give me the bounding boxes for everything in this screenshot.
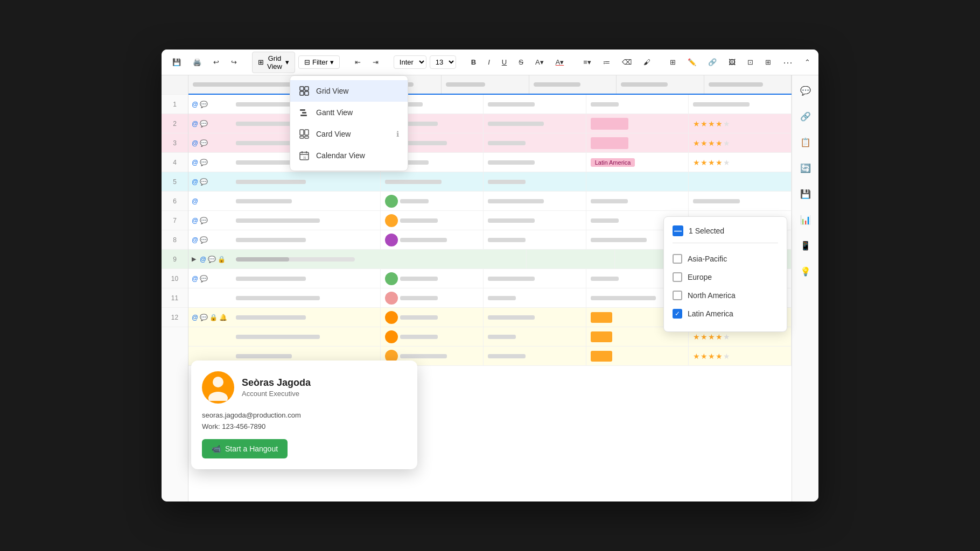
table-row[interactable]: @ [188, 192, 792, 211]
cell-6-1[interactable] [232, 192, 381, 210]
print-button[interactable]: 🖨️ [188, 56, 206, 68]
start-hangout-button[interactable]: 📹 Start a Hangout [202, 439, 288, 458]
cell-6-3[interactable] [484, 192, 586, 210]
asia-checkbox[interactable] [673, 254, 682, 264]
view-selector-button[interactable]: ⊞ Grid View ▾ [252, 52, 295, 73]
cell-6-5[interactable] [689, 192, 792, 210]
table-row[interactable]: @ 💬 Latin America [188, 153, 792, 172]
cell-9-3[interactable] [527, 250, 615, 269]
sidebar-mobile-icon[interactable]: 📱 [797, 237, 814, 254]
draw-button[interactable]: ✏️ [683, 56, 701, 68]
eraser-button[interactable]: ⌫ [618, 56, 636, 68]
table-row[interactable]: @ 💬 [188, 95, 792, 114]
cell-4-region[interactable]: Latin America [586, 153, 689, 172]
filter-option-north-america[interactable]: North America [673, 286, 778, 305]
format-paint-button[interactable]: 🖌 [639, 56, 655, 68]
strikethrough-button[interactable]: S [514, 56, 528, 68]
cell-2-region[interactable] [586, 114, 689, 133]
cell-10-1[interactable] [232, 269, 381, 288]
cell-10-3[interactable] [484, 269, 586, 288]
sidebar-lightbulb-icon[interactable]: 💡 [797, 263, 814, 280]
cell-12-2[interactable] [381, 308, 484, 327]
redo-button[interactable]: ↪ [227, 56, 241, 68]
cell-5-1[interactable] [232, 172, 381, 191]
europe-checkbox[interactable] [673, 272, 682, 282]
latin-america-checkbox[interactable] [673, 309, 682, 319]
dropdown-item-calendar[interactable]: 31 Calendar View [290, 145, 408, 166]
more-options-button[interactable]: ⋯ [779, 54, 797, 70]
sidebar-chart-icon[interactable]: 📊 [797, 211, 814, 228]
filter-option-asia[interactable]: Asia-Pacific [673, 250, 778, 268]
north-america-checkbox[interactable] [673, 291, 682, 300]
cell-11-3[interactable] [484, 288, 586, 307]
align-button[interactable]: ≡▾ [579, 56, 596, 68]
cell-2-3[interactable] [484, 114, 586, 133]
cell-e1-2[interactable] [381, 327, 484, 346]
cell-6-2[interactable] [381, 192, 484, 210]
save-button[interactable]: 💾 [168, 56, 185, 68]
filter-option-europe[interactable]: Europe [673, 268, 778, 286]
cell-7-1[interactable] [232, 211, 381, 230]
underline-button[interactable]: U [498, 56, 511, 68]
list-button[interactable]: ≔ [599, 56, 614, 68]
outdent-button[interactable]: ⇥ [368, 56, 383, 68]
cell-6-4[interactable] [586, 192, 689, 210]
cell-5-2[interactable] [381, 172, 484, 191]
link-button[interactable]: 🔗 [704, 56, 721, 68]
columns-button[interactable]: ⊞ [761, 56, 775, 68]
cell-12-3[interactable] [484, 308, 586, 327]
italic-button[interactable]: I [484, 56, 494, 68]
sidebar-comment-icon[interactable]: 💬 [797, 82, 814, 99]
cell-5-3[interactable] [484, 172, 586, 191]
cell-10-2[interactable] [381, 269, 484, 288]
table-button[interactable]: ⊞ [666, 56, 680, 68]
image-button[interactable]: 🖼 [724, 56, 740, 68]
dropdown-item-grid[interactable]: Grid View [290, 80, 408, 102]
cell-1-3[interactable] [484, 95, 586, 114]
cell-7-2[interactable] [381, 211, 484, 230]
cell-e1-1[interactable] [232, 327, 381, 346]
dropdown-item-card[interactable]: Card View ℹ [290, 123, 408, 145]
cell-9-progress[interactable] [232, 250, 359, 269]
cell-1-5[interactable] [689, 95, 792, 114]
cell-e2-3[interactable] [484, 347, 586, 365]
cell-e2-rating[interactable]: ★ ★ ★ ★ ★ [689, 347, 792, 365]
dropdown-item-gantt[interactable]: Gantt View [290, 102, 408, 123]
cell-8-3[interactable] [484, 230, 586, 249]
font-size-selector[interactable]: 13 [430, 55, 456, 69]
cell-4-3[interactable] [484, 153, 586, 172]
filter-option-latin-america[interactable]: Latin America [673, 305, 778, 323]
cell-12-1[interactable] [232, 308, 381, 327]
table-row[interactable]: @ 💬 [188, 172, 792, 192]
collapse-button[interactable]: ⌃ [800, 56, 815, 68]
indent-button[interactable]: ⇤ [351, 56, 365, 68]
sidebar-save-icon[interactable]: 💾 [797, 185, 814, 202]
sidebar-clipboard-icon[interactable]: 📋 [797, 133, 814, 151]
table-row[interactable]: @ 💬 [188, 133, 792, 153]
embed-button[interactable]: ⊡ [743, 56, 758, 68]
cell-3-rating[interactable]: ★ ★ ★ ★ ★ [689, 133, 792, 152]
highlight-button[interactable]: A▾ [531, 56, 548, 68]
cell-5-4[interactable] [586, 172, 689, 191]
cell-5-5[interactable] [689, 172, 792, 191]
undo-button[interactable]: ↩ [209, 56, 223, 68]
cell-3-region[interactable] [586, 133, 689, 152]
font-selector[interactable]: Inter [394, 55, 426, 69]
cell-1-4[interactable] [586, 95, 689, 114]
cell-2-rating[interactable]: ★ ★ ★ ★ ★ [689, 114, 792, 133]
cell-9-2[interactable] [359, 250, 527, 269]
cell-11-2[interactable] [381, 288, 484, 307]
cell-e2-yellowbar[interactable] [586, 347, 689, 365]
table-row[interactable]: @ 💬 [188, 114, 792, 133]
cell-8-2[interactable] [381, 230, 484, 249]
cell-3-3[interactable] [484, 133, 586, 152]
cell-4-rating[interactable]: ★ ★ ★ ★ ★ [689, 153, 792, 172]
cell-e1-3[interactable] [484, 327, 586, 346]
cell-8-1[interactable] [232, 230, 381, 249]
sidebar-link-icon[interactable]: 🔗 [797, 108, 814, 125]
sidebar-refresh-icon[interactable]: 🔄 [797, 159, 814, 176]
cell-11-1[interactable] [232, 288, 381, 307]
filter-button[interactable]: ⊟ Filter ▾ [298, 55, 340, 69]
font-color-button[interactable]: A▾ [551, 56, 569, 68]
cell-7-3[interactable] [484, 211, 586, 230]
